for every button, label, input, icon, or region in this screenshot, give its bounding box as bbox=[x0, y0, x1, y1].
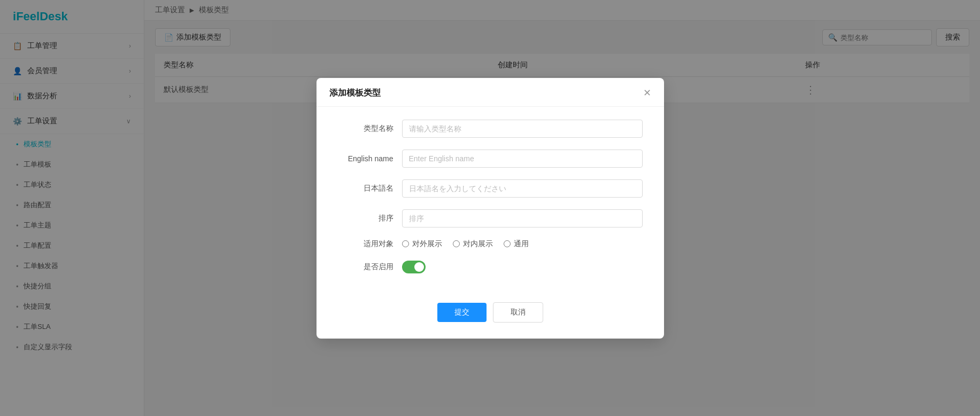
cancel-button[interactable]: 取消 bbox=[493, 302, 543, 323]
label-applicable-to: 适用对象 bbox=[338, 239, 402, 249]
form-row-applicable-to: 适用对象 对外展示 对内展示 通用 bbox=[338, 239, 643, 249]
form-row-english-name: English name bbox=[338, 150, 643, 168]
radio-internal-label: 对内展示 bbox=[463, 239, 493, 249]
add-template-type-modal: 添加模板类型 ✕ 类型名称 English name 日本語名 排序 bbox=[317, 78, 664, 339]
radio-internal[interactable]: 对内展示 bbox=[453, 239, 493, 249]
label-english-name: English name bbox=[338, 154, 402, 163]
label-sort: 排序 bbox=[338, 214, 402, 223]
input-japanese-name[interactable] bbox=[402, 179, 643, 198]
toggle-wrap bbox=[402, 261, 426, 273]
radio-universal[interactable]: 通用 bbox=[504, 239, 529, 249]
form-row-enabled: 是否启用 bbox=[338, 261, 643, 273]
radio-internal-input[interactable] bbox=[453, 240, 460, 247]
modal-body: 类型名称 English name 日本語名 排序 适用对象 bbox=[317, 107, 664, 298]
modal-close-button[interactable]: ✕ bbox=[643, 88, 651, 98]
radio-external-label: 对外展示 bbox=[412, 239, 442, 249]
label-type-name: 类型名称 bbox=[338, 124, 402, 134]
radio-universal-label: 通用 bbox=[514, 239, 529, 249]
toggle-enabled[interactable] bbox=[402, 261, 426, 273]
label-enabled: 是否启用 bbox=[338, 262, 402, 272]
radio-external[interactable]: 对外展示 bbox=[402, 239, 442, 249]
form-row-sort: 排序 bbox=[338, 209, 643, 227]
form-row-japanese-name: 日本語名 bbox=[338, 179, 643, 198]
radio-group-applicable: 对外展示 对内展示 通用 bbox=[402, 239, 529, 249]
form-row-type-name: 类型名称 bbox=[338, 120, 643, 138]
submit-button[interactable]: 提交 bbox=[437, 303, 487, 322]
radio-universal-input[interactable] bbox=[504, 240, 511, 247]
input-english-name[interactable] bbox=[402, 150, 643, 168]
modal-title: 添加模板类型 bbox=[329, 88, 381, 99]
input-sort[interactable] bbox=[402, 209, 643, 227]
radio-external-input[interactable] bbox=[402, 240, 409, 247]
input-type-name[interactable] bbox=[402, 120, 643, 138]
modal-footer: 提交 取消 bbox=[317, 298, 664, 323]
label-japanese-name: 日本語名 bbox=[338, 184, 402, 193]
modal-header: 添加模板类型 ✕ bbox=[317, 78, 664, 107]
toggle-slider bbox=[402, 261, 426, 273]
modal-overlay: 添加模板类型 ✕ 类型名称 English name 日本語名 排序 bbox=[0, 0, 980, 416]
